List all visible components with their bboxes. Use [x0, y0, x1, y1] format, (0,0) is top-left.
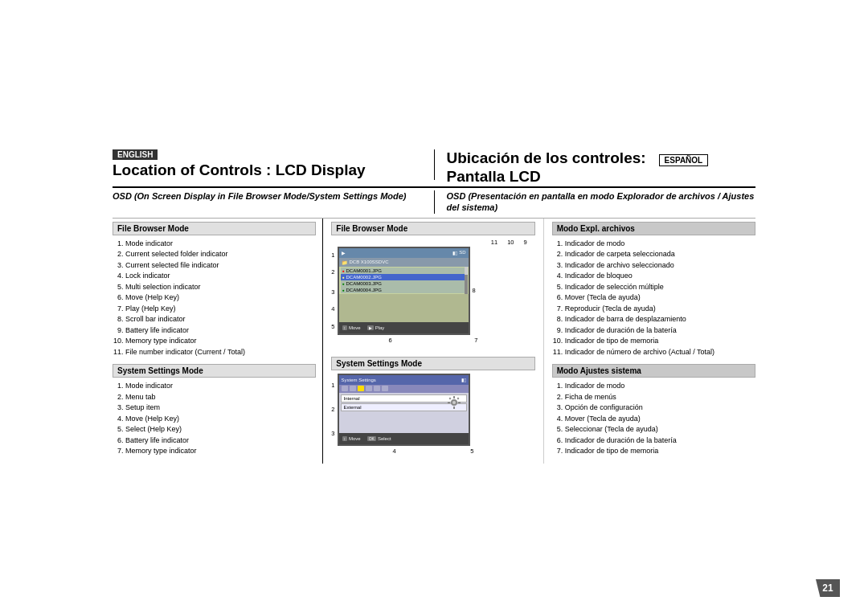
folder-name: DCB X100SSDVC [350, 260, 389, 264]
right-title-line1: Ubicación de los controles: [447, 149, 646, 168]
label-11: 11 [491, 239, 497, 246]
ma-item-5: Seleccionar (Tecla de ayuda) [565, 424, 755, 435]
right-column: Modo Expl. archivos Indicador de modo In… [544, 219, 755, 464]
svg-rect-4 [448, 402, 450, 403]
label-3: 3 [331, 288, 334, 296]
right-half-header: Ubicación de los controles: ESPAÑOL Pant… [435, 149, 756, 186]
file-item-2: ● DCAM0003.JPG [341, 280, 467, 287]
svg-rect-3 [453, 407, 455, 409]
file-browser-lcd: ▶ ▮▯ SD 📁 DCB X100SSDVC [338, 247, 470, 335]
toolbar-play: ▶ Play [367, 325, 385, 330]
file-item-1: ● DCAM0002.JPG [341, 274, 467, 280]
ma-item-7: Indicador de tipo de memoria [565, 446, 755, 457]
lcd-fb-row: 1 2 3 4 5 ▶ ▮▯ [331, 247, 534, 335]
right-subtitle: OSD (Presentación en pantalla en modo Ex… [435, 190, 756, 214]
toolbar-move: ↕ Move [342, 325, 361, 330]
ss-select-btn: OK [367, 436, 376, 441]
ss-toolbar: ↕ Move OK Select [339, 433, 469, 444]
ss-move-btn: ↕ [342, 436, 348, 441]
svg-rect-6 [448, 397, 451, 399]
ss-item-5: Select (Help Key) [125, 424, 316, 435]
dot-yellow: ● [342, 275, 345, 280]
ss-item-1: Mode indicator [125, 381, 316, 392]
ss-toolbar-move: ↕ Move [342, 436, 361, 441]
label-5: 5 [331, 323, 334, 330]
ss-toolbar-select: OK Select [367, 436, 391, 441]
lcd-folder-row: 📁 DCB X100SSDVC [339, 258, 469, 267]
fb-item-11: File number indicator (Current / Total) [125, 347, 316, 358]
ss-tab-row [339, 385, 469, 393]
scrollbar [465, 267, 468, 294]
tab-icon-5 [382, 386, 388, 391]
espanol-badge: ESPAÑOL [659, 154, 709, 166]
ma-item-4: Mover (Tecla de ayuda) [565, 414, 755, 425]
ss-item-7: Memory type indicator [125, 446, 316, 457]
right-title-line2: Pantalla LCD [447, 168, 709, 186]
svg-rect-5 [458, 402, 461, 403]
modo-ajustes-list: Indicador de modo Ficha de menús Opción … [552, 381, 755, 457]
ma-item-1: Indicador de modo [565, 381, 755, 392]
page: ENGLISH Location of Controls : LCD Displ… [0, 0, 868, 613]
left-title: Location of Controls : LCD Display [113, 161, 422, 180]
label-8: 8 [473, 287, 476, 294]
ss-label-1: 1 [331, 382, 334, 389]
svg-point-1 [452, 401, 456, 404]
svg-rect-2 [453, 396, 455, 398]
system-settings-mode-header-center: System Settings Mode [331, 357, 534, 370]
fb-item-8: Scroll bar indicator [125, 314, 316, 325]
file-browser-list-left: Mode indicator Current selected folder i… [113, 239, 316, 358]
ss-status: ▮▯ [461, 377, 466, 382]
label-9: 9 [523, 239, 526, 246]
dot-green2: ● [342, 288, 345, 292]
label-7: 7 [474, 337, 477, 344]
system-settings-list-left: Mode indicator Menu tab Setup item Move … [113, 381, 316, 457]
gear-area [446, 394, 462, 411]
fb-item-10: Memory type indicator [125, 336, 316, 347]
gear-icon [447, 395, 461, 410]
ss-bat: ▮▯ [461, 377, 466, 382]
ma-item-3: Opción de configuración [565, 403, 755, 414]
bottom-labels: 6 7 [331, 337, 534, 344]
ss-label-4: 4 [393, 447, 396, 455]
lcd-ss-row: 1 2 3 System Settings ▮▯ [331, 374, 534, 446]
modo-ajustes-header: Modo Ajustes sistema [552, 364, 755, 378]
tab-icon-2 [350, 386, 356, 391]
play-label: Play [375, 325, 385, 330]
me-item-1: Indicador de modo [565, 239, 755, 250]
fb-item-9: Battery life indicator [125, 325, 316, 337]
top-labels: 11 10 9 [331, 239, 534, 246]
ss-label-3: 3 [331, 430, 334, 437]
lcd-memory-icon: SD [459, 250, 465, 255]
lcd-status-icons: ▮▯ SD [452, 250, 465, 255]
file-0-name: DCAM0001.JPG [346, 268, 382, 273]
modo-expl-header: Modo Expl. archivos [552, 222, 755, 235]
ma-item-2: Ficha de menús [565, 392, 755, 403]
ss-bottom-labels: 4 5 [331, 447, 534, 455]
file-item-0: ● DCAM0001.JPG [341, 268, 467, 274]
ss-item-4: Move (Help Key) [125, 414, 316, 425]
me-item-7: Reproducir (Tecla de ayuda) [565, 304, 755, 315]
ss-topbar: System Settings ▮▯ [339, 375, 469, 385]
system-settings-lcd-wrapper: 1 2 3 System Settings ▮▯ [331, 374, 534, 455]
fb-item-1: Mode indicator [125, 239, 316, 250]
left-labels: 1 2 3 4 5 [331, 247, 337, 335]
tab-icon-4 [374, 386, 380, 391]
label-6: 6 [389, 337, 392, 344]
me-item-3: Indicador de archivo seleccionado [565, 260, 755, 272]
tab-icon-active [358, 386, 364, 391]
page-number: 21 [816, 579, 840, 597]
system-settings-lcd: System Settings ▮▯ [338, 374, 470, 446]
me-item-2: Indicador de carpeta seleccionada [565, 249, 755, 260]
file-1-name: DCAM0002.JPG [346, 275, 382, 280]
label-4: 4 [331, 305, 334, 313]
ss-select-label: Select [378, 436, 391, 441]
system-settings-mode-header-left: System Settings Mode [113, 364, 316, 378]
label-10: 10 [507, 239, 514, 246]
modo-expl-list: Indicador de modo Indicador de carpeta s… [552, 239, 755, 358]
svg-rect-7 [457, 397, 459, 399]
dot-red: ● [342, 268, 345, 273]
top-header-wrapper: ENGLISH Location of Controls : LCD Displ… [113, 149, 755, 186]
right-title-text: Ubicación de los controles: ESPAÑOL Pant… [447, 149, 709, 186]
center-column: File Browser Mode 11 10 9 1 2 3 [323, 219, 543, 464]
file-3-name: DCAM0004.JPG [346, 288, 382, 292]
